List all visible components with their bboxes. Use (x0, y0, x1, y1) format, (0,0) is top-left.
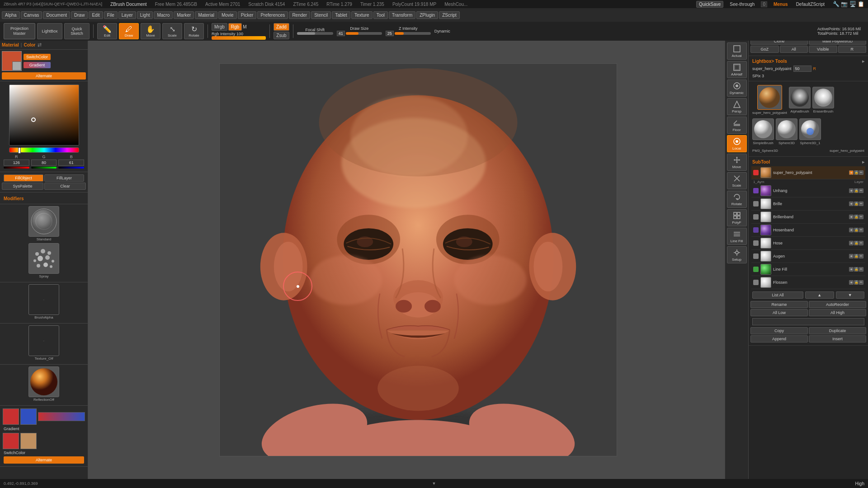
tool-menu[interactable]: Tool (373, 11, 388, 19)
subtool-item-flossen[interactable]: Flossen 👁 🔒 ✏ (751, 276, 865, 289)
vis-toggle-hose[interactable]: 👁 (849, 241, 854, 245)
standard-brush-thumb[interactable] (28, 206, 59, 237)
nav-local-btn[interactable]: Local (727, 135, 747, 152)
edit-toggle-flossen[interactable]: ✏ (859, 280, 863, 285)
lock-toggle-1[interactable]: 🔒 (854, 170, 859, 175)
lightbox-expand-icon[interactable]: ▸ (862, 59, 864, 64)
hue-handle[interactable] (18, 147, 21, 154)
copy-subtool-btn[interactable]: Copy (750, 327, 808, 334)
material-label[interactable]: Material (2, 42, 19, 47)
lock-toggle-hose[interactable]: 🔒 (854, 241, 859, 245)
macro-menu[interactable]: Macro (154, 11, 173, 19)
scale-btn[interactable]: ⤡ Scale (162, 23, 182, 39)
render-menu[interactable]: Render (289, 11, 310, 19)
g-slider[interactable] (31, 167, 57, 169)
light-menu[interactable]: Light (137, 11, 153, 19)
zplugin-menu[interactable]: ZPlugin (416, 11, 438, 19)
eraser-brush-thumb[interactable] (812, 87, 834, 108)
file-menu[interactable]: File (104, 11, 118, 19)
r-input[interactable] (4, 160, 29, 166)
draw-size-slider[interactable] (346, 32, 382, 35)
vis-toggle-brille[interactable]: 👁 (849, 202, 854, 206)
down-arrow-btn[interactable]: ▼ (836, 291, 865, 299)
alpha-brush-thumb[interactable] (789, 87, 811, 108)
standard-brush-item[interactable]: Standard (2, 206, 86, 241)
zsub-btn[interactable]: Zsub (274, 32, 289, 39)
material-thumb-item[interactable]: ReflectionOff (2, 366, 86, 402)
quicksave-btn[interactable]: QuickSave (696, 1, 723, 8)
gradient-swatch-2[interactable] (20, 408, 37, 425)
nav-persp-btn[interactable]: Persp (727, 98, 747, 115)
subtool-item-augen[interactable]: Augen 👁 🔒 ✏ (751, 250, 865, 263)
projection-master-btn[interactable]: Projection Master (4, 23, 35, 39)
switch-swatch-1[interactable] (3, 433, 19, 449)
autoreorder-btn[interactable]: AutoReorder (809, 301, 866, 308)
edit-btn[interactable]: ✏️ Edit (97, 23, 117, 39)
b-slider[interactable] (58, 167, 84, 169)
append-btn[interactable]: Append (750, 335, 808, 343)
subtool-item-super-hero[interactable]: super_hero_polypaint 👁 🔒 ✏ (751, 166, 865, 179)
alpha-menu[interactable]: Alpha (2, 11, 20, 19)
simple-brush-thumb[interactable] (752, 118, 774, 140)
nav-dynamic-btn[interactable]: Dynamic (727, 80, 747, 97)
lock-toggle-augen[interactable]: 🔒 (854, 254, 859, 258)
canvas-viewport[interactable] (219, 63, 617, 456)
move-btn[interactable]: ✋ Move (141, 23, 160, 39)
focal-shift-slider[interactable] (297, 32, 333, 35)
zscript-menu[interactable]: ZScript (439, 11, 460, 19)
document-menu[interactable]: Document (43, 11, 70, 19)
default-script-btn[interactable]: DefaultZScript (794, 2, 826, 7)
super-hero-thumb-item[interactable]: super_hero_polypaint (752, 85, 787, 115)
nav-actual-btn[interactable]: Actual (727, 42, 747, 60)
vis-toggle-unhang[interactable]: 👁 (849, 188, 854, 193)
texture-off-thumb[interactable]: · (28, 325, 59, 356)
all-btn[interactable]: All (780, 46, 808, 53)
layer-menu[interactable]: Layer (118, 11, 136, 19)
all-high-btn[interactable]: All High (809, 309, 866, 316)
sphere3d-thumb[interactable] (776, 118, 797, 140)
lock-toggle-linefill[interactable]: 🔒 (854, 267, 859, 272)
intensity-track[interactable] (212, 36, 266, 40)
subtool-item-brillenband[interactable]: Brillenband 👁 🔒 ✏ (751, 211, 865, 224)
lb-intensity-input[interactable] (793, 66, 811, 72)
marker-menu[interactable]: Marker (174, 11, 194, 19)
subtool-item-hosenband[interactable]: Hosenband 👁 🔒 ✏ (751, 224, 865, 237)
switch-swatch-2[interactable] (20, 433, 37, 449)
edit-toggle-brille[interactable]: ✏ (859, 202, 863, 206)
clear-btn[interactable]: Clear (44, 183, 86, 190)
fill-object-btn[interactable]: FillObject (4, 174, 43, 182)
hue-bar[interactable] (9, 147, 79, 153)
eraser-brush-thumb-item[interactable]: EraserBrush (812, 87, 834, 113)
z-intensity-slider[interactable] (395, 32, 431, 35)
insert-btn[interactable]: Insert (809, 335, 866, 343)
edit-toggle-linefill[interactable]: ✏ (859, 267, 863, 272)
b-input[interactable] (58, 160, 84, 166)
super-hero-thumb[interactable] (757, 85, 782, 110)
quick-sketch-btn[interactable]: Quick Sketch (64, 23, 90, 39)
subtool-item-brille[interactable]: Brille 👁 🔒 ✏ (751, 197, 865, 211)
up-arrow-btn[interactable]: ▲ (805, 291, 834, 299)
visible-btn[interactable]: Visible (809, 46, 837, 53)
subtool-title[interactable]: SubTool ▸ (750, 159, 866, 165)
canvas-area[interactable] (88, 41, 748, 479)
flip-icon[interactable]: ⇄ (38, 42, 42, 48)
rename-btn[interactable]: Rename (750, 301, 808, 308)
nav-linefill-btn[interactable]: Line Fill (727, 228, 747, 245)
color-picker-handle[interactable] (31, 117, 36, 122)
rotate-btn[interactable]: ↻ Rotate (184, 23, 204, 39)
stencil-menu[interactable]: Stencil (311, 11, 331, 19)
brush-alpha-item[interactable]: · BrushAlpha (2, 284, 86, 319)
lock-toggle-flossen[interactable]: 🔒 (854, 280, 859, 285)
g-input[interactable] (31, 160, 57, 166)
fill-layer-btn[interactable]: FillLayer (44, 174, 84, 182)
movie-menu[interactable]: Movie (218, 11, 237, 19)
zadd-btn[interactable]: Zadd (274, 23, 289, 31)
nav-rotate-btn[interactable]: Rotate (727, 191, 747, 208)
draw-size-control[interactable]: Draw Size 41 (337, 26, 382, 36)
r-slider[interactable] (4, 167, 29, 169)
canvas-menu[interactable]: Canvas (21, 11, 42, 19)
draw-menu[interactable]: Draw (71, 11, 88, 19)
sphere3d-1-thumb-item[interactable]: Sphere3D_1 (799, 118, 821, 145)
sphere3d-1-thumb[interactable] (799, 118, 821, 140)
nav-polyf-btn[interactable]: PolyF (727, 209, 747, 226)
